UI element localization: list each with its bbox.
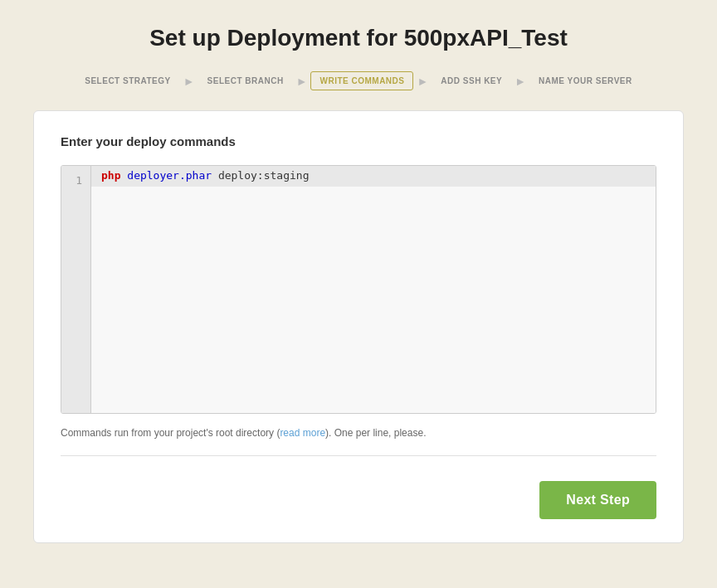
step-name-your-server[interactable]: NAME YOUR SERVER (529, 71, 641, 90)
code-text: php deployer.phar deploy:staging (101, 168, 309, 185)
code-command: deploy:staging (218, 169, 310, 182)
step-label-select-branch: SELECT BRANCH (198, 71, 293, 90)
steps-bar: SELECT STRATEGY ► SELECT BRANCH ► WRITE … (33, 71, 684, 90)
arrow-icon-1: ► (183, 75, 195, 88)
step-label-name-your-server: NAME YOUR SERVER (529, 71, 641, 90)
arrow-icon-4: ► (515, 75, 526, 88)
page-title: Set up Deployment for 500pxAPI_Test (33, 25, 684, 51)
code-editor[interactable]: 1 php deployer.phar deploy:staging (61, 165, 656, 414)
code-space-2 (212, 169, 218, 182)
step-add-ssh-key[interactable]: ADD SSH KEY (432, 71, 511, 90)
code-editor-content[interactable]: php deployer.phar deploy:staging (91, 166, 656, 413)
helper-text-after: ). One per line, please. (325, 427, 426, 439)
arrow-icon-2: ► (296, 75, 308, 88)
step-write-commands[interactable]: WRITE COMMANDS (310, 71, 413, 90)
code-line-1: php deployer.phar deploy:staging (91, 166, 656, 187)
arrow-icon-3: ► (417, 75, 428, 88)
line-numbers: 1 (61, 166, 91, 413)
section-title: Enter your deploy commands (61, 134, 656, 148)
code-empty-area[interactable] (91, 187, 656, 402)
step-select-branch[interactable]: SELECT BRANCH (198, 71, 293, 90)
footer-actions: Next Step (61, 473, 656, 519)
line-number-1: 1 (70, 173, 82, 190)
step-label-select-strategy: SELECT STRATEGY (76, 71, 179, 90)
helper-text-before: Commands run from your project's root di… (61, 427, 280, 439)
step-label-write-commands: WRITE COMMANDS (310, 71, 413, 90)
helper-text: Commands run from your project's root di… (61, 427, 656, 439)
code-keyword-php: php (101, 169, 120, 182)
divider (61, 455, 656, 456)
next-step-button[interactable]: Next Step (539, 481, 656, 519)
step-label-add-ssh-key: ADD SSH KEY (432, 71, 511, 90)
helper-read-more-link[interactable]: read more (280, 427, 325, 439)
code-deployer: deployer.phar (127, 169, 212, 182)
step-select-strategy[interactable]: SELECT STRATEGY (76, 71, 179, 90)
main-card: Enter your deploy commands 1 php deploye… (33, 110, 684, 543)
